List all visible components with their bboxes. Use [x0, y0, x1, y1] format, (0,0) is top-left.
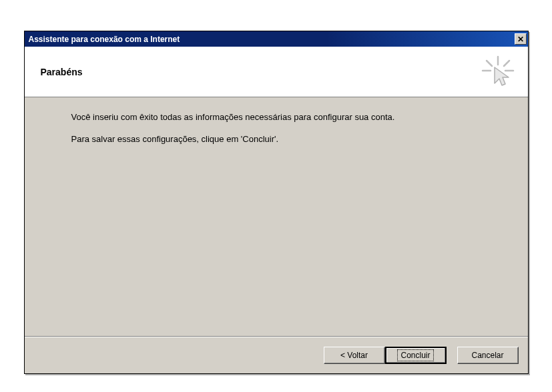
- cursor-sparkle-icon: [481, 55, 515, 89]
- close-button[interactable]: ✕: [515, 33, 527, 45]
- wizard-content: Você inseriu com êxito todas as informaç…: [25, 97, 528, 336]
- svg-line-2: [504, 61, 509, 66]
- nav-button-group: < Voltar Concluir: [324, 347, 447, 364]
- close-icon: ✕: [517, 35, 524, 43]
- spacer: [447, 347, 457, 364]
- finish-button-label: Concluir: [397, 349, 433, 361]
- content-line-1: Você inseriu com êxito todas as informaç…: [71, 112, 508, 122]
- wizard-header: Parabéns: [25, 47, 528, 97]
- window-title: Assistente para conexão com a Internet: [29, 35, 180, 44]
- button-row: < Voltar Concluir Cancelar: [25, 337, 528, 373]
- back-button[interactable]: < Voltar: [324, 347, 385, 364]
- cancel-button[interactable]: Cancelar: [457, 347, 519, 364]
- finish-button[interactable]: Concluir: [385, 347, 447, 364]
- titlebar: Assistente para conexão com a Internet ✕: [25, 31, 528, 47]
- page-title: Parabéns: [41, 67, 83, 77]
- content-line-2: Para salvar essas configurações, clique …: [71, 134, 508, 144]
- svg-line-1: [487, 61, 492, 66]
- wizard-window: Assistente para conexão com a Internet ✕…: [24, 31, 529, 374]
